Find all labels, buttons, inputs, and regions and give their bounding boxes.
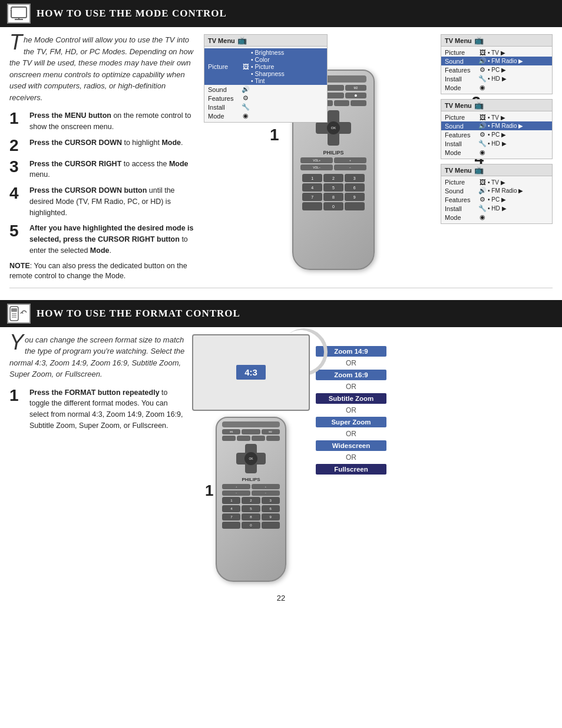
format-option-fullscreen: Fullscreen	[316, 464, 386, 475]
format-or-5: OR	[316, 453, 386, 462]
format-section-title: How to use the Format Control	[37, 308, 240, 319]
tv-menus-right: TV Menu 📺 Picture 🖼 • TV ▶ Sound	[441, 34, 553, 224]
format-section: How to use the Format Control You can ch…	[0, 300, 562, 588]
mode-intro-text: he Mode Control will allow you to use th…	[9, 35, 193, 102]
tv-menu2-row-mode: Mode ◉	[441, 83, 552, 92]
format-visual-area: 4:3 1 M1 M2	[192, 334, 310, 582]
format-right-column: 4:3 1 M1 M2	[192, 334, 553, 582]
format-remote-dpad: OK	[236, 444, 266, 473]
tv-menu-row-mode-1: Mode ◉	[204, 111, 327, 120]
format-option-widescreen: Widescreen	[316, 440, 386, 451]
step-3-text: Press the CURSOR RIGHT to access the Mod…	[29, 159, 198, 181]
mode-section: How to use the Mode Control The Mode Con…	[0, 0, 562, 288]
tv-menu4-row-picture: Picture 🖼 • TV ▶	[441, 178, 552, 186]
tv-menu-row-picture: Picture 🖼 BrightnessColorPictureSharpnes…	[204, 48, 327, 85]
mode-dropcap: T	[9, 34, 22, 51]
format-icon-box	[7, 304, 31, 324]
mode-step-1: 1 Press the MENU button on the remote co…	[9, 110, 198, 133]
step-1-text: Press the MENU button on the remote cont…	[29, 110, 198, 133]
mode-left-column: The Mode Control will allow you to use t…	[9, 34, 198, 282]
svg-rect-0	[11, 7, 27, 18]
mode-icon-box	[7, 4, 31, 24]
format-step-1-number: 1	[9, 387, 26, 404]
mode-step-4: 4 Press the CURSOR DOWN button until the…	[9, 185, 198, 218]
svg-rect-1	[15, 19, 23, 20]
step-2-number: 2	[9, 137, 26, 154]
format-screen-display: 4:3	[192, 334, 310, 411]
format-or-4: OR	[316, 430, 386, 438]
tv-menu3-row-sound: Sound 🔊 • FM Radio ▶	[441, 121, 552, 130]
svg-rect-5	[11, 308, 17, 312]
tv-menu2-row-sound: Sound 🔊 • FM Radio ▶	[441, 57, 552, 65]
step-overlay-1: 1	[270, 126, 279, 144]
tv-menu-panel-2: TV Menu 📺 Picture 🖼 • TV ▶ Sound	[441, 34, 553, 94]
format-screen-area: 4:3	[192, 334, 310, 411]
tv-menu-title-1: TV Menu 📺	[204, 35, 327, 47]
format-dropcap: Y	[9, 334, 24, 351]
mode-step-3: 3 Press the CURSOR RIGHT to access the M…	[9, 159, 198, 181]
mode-intro: The Mode Control will allow you to use t…	[9, 34, 198, 103]
format-content-area: You can change the screen format size to…	[0, 327, 562, 588]
format-remote-logo: PHILIPS	[242, 477, 260, 482]
tv-menu-panel-4: TV Menu 📺 Picture 🖼 • TV ▶ Sound	[441, 164, 553, 224]
mode-header-icon	[10, 6, 28, 21]
format-screen-label: 4:3	[236, 365, 266, 380]
tv-menu-title-2: TV Menu 📺	[441, 35, 552, 47]
tv-menu-panel-3: TV Menu 📺 Picture 🖼 • TV ▶ Sound	[441, 99, 553, 159]
format-intro-text: ou can change the screen format size to …	[9, 335, 184, 379]
mode-note: NOTE: You can also press the dedicated b…	[9, 261, 198, 282]
step-4-number: 4	[9, 185, 26, 202]
remote-logo: PHILIPS	[323, 150, 343, 156]
tv-menu-row-sound-1: Sound 🔊	[204, 85, 327, 94]
step-3-number: 3	[9, 159, 26, 175]
format-header-icon	[9, 305, 29, 322]
format-or-2: OR	[316, 383, 386, 391]
format-left-column: You can change the screen format size to…	[9, 334, 186, 582]
section-divider	[9, 288, 553, 288]
format-option-super: Super Zoom	[316, 417, 386, 427]
format-option-subtitle: Subtitle Zoom	[316, 393, 386, 404]
format-remote-wrap: 1 M1 M2	[216, 417, 286, 582]
format-or-1: OR	[316, 359, 386, 367]
tv-menu-rows-1: Picture 🖼 BrightnessColorPictureSharpnes…	[204, 47, 327, 122]
tv-menu4-row-mode: Mode ◉	[441, 213, 552, 222]
step-5-number: 5	[9, 223, 26, 239]
mode-right-column: TV Menu 📺 Picture 🖼 BrightnessColorPictu…	[204, 34, 553, 282]
format-section-header: How to use the Format Control	[0, 300, 562, 327]
tv-menu3-row-inst: Install 🔧 • HD ▶	[441, 139, 552, 148]
tv-menu-title-3: TV Menu 📺	[441, 100, 552, 111]
tv-menu-panel-1: TV Menu 📺 Picture 🖼 BrightnessColorPictu…	[204, 34, 328, 123]
step-4-text: Press the CURSOR DOWN button until the d…	[29, 185, 198, 218]
mode-step-2: 2 Press the CURSOR DOWN to highlight Mod…	[9, 137, 198, 154]
tv-menu2-row-feat: Features ⚙ • PC ▶	[441, 65, 552, 74]
format-options-list: Zoom 14:9 OR Zoom 16:9 OR Subtitle Zoom …	[316, 334, 386, 582]
tv-menu4-row-inst: Install 🔧 • HD ▶	[441, 204, 552, 213]
page-number: 22	[0, 588, 562, 606]
step-5-text: After you have highlighted the desired m…	[29, 223, 198, 256]
format-step-1: 1 Press the FORMAT button repeatedly to …	[9, 387, 186, 431]
tv-menu3-row-picture: Picture 🖼 • TV ▶	[441, 113, 552, 121]
tv-menu4-row-sound: Sound 🔊 • FM Radio ▶	[441, 186, 552, 195]
tv-menu-row-features-1: Features ⚙	[204, 94, 327, 103]
mode-steps-list: 1 Press the MENU button on the remote co…	[9, 110, 198, 256]
mode-step-5: 5 After you have highlighted the desired…	[9, 223, 198, 256]
format-or-3: OR	[316, 406, 386, 414]
mode-section-header: How to use the Mode Control	[0, 0, 562, 27]
format-step-1-text: Press the FORMAT button repeatedly to to…	[29, 387, 186, 431]
remote-numpad: 123 456 789 0	[302, 174, 364, 210]
tv-menu2-row-inst: Install 🔧 • HD ▶	[441, 74, 552, 83]
step-1-number: 1	[9, 110, 26, 127]
format-steps-list: 1 Press the FORMAT button repeatedly to …	[9, 387, 186, 431]
format-intro: You can change the screen format size to…	[9, 334, 186, 380]
tv-menu2-row-picture: Picture 🖼 • TV ▶	[441, 48, 552, 57]
tv-menu-title-4: TV Menu 📺	[441, 164, 552, 176]
tv-menu3-row-feat: Features ⚙ • PC ▶	[441, 130, 552, 139]
format-option-zoom16: Zoom 16:9	[316, 370, 386, 380]
tv-menu-row-install-1: Install 🔧	[204, 103, 327, 111]
mode-content-area: The Mode Control will allow you to use t…	[0, 27, 562, 288]
format-step-overlay-1: 1	[205, 482, 213, 500]
tv-menu-icon-1: 📺	[237, 36, 247, 45]
tv-menu3-row-mode: Mode ◉	[441, 148, 552, 157]
step-2-text: Press the CURSOR DOWN to highlight Mode.	[29, 137, 183, 149]
remote-control-format: M1 M2 OK	[216, 417, 286, 582]
